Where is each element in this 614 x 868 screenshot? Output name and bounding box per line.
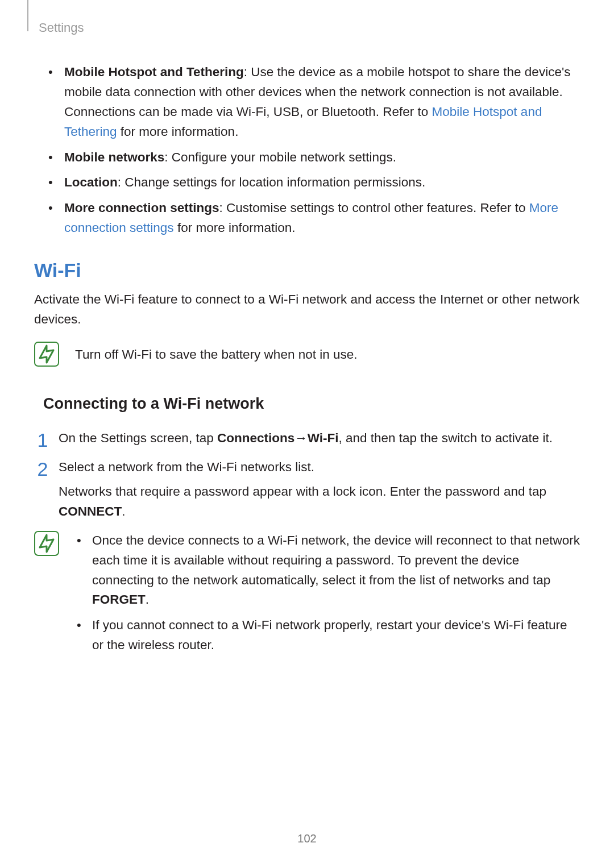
- content-area: Mobile Hotspot and Tethering: Use the de…: [34, 63, 580, 661]
- page-number: 102: [0, 832, 614, 845]
- tip-sub-bullets: Once the device connects to a Wi-Fi netw…: [75, 531, 580, 655]
- tip-item-restart: If you cannot connect to a Wi-Fi network…: [75, 616, 580, 655]
- arrow-icon: →: [294, 429, 308, 448]
- step1-post: , and then tap the switch to activate it…: [338, 431, 552, 445]
- tip-item-forget: Once the device connects to a Wi-Fi netw…: [75, 531, 580, 610]
- header-divider: [27, 0, 28, 31]
- step2-pre: Networks that require a password appear …: [59, 484, 546, 499]
- bullet-label: More connection settings: [64, 201, 219, 215]
- steps-list: On the Settings screen, tap Connections …: [34, 429, 580, 522]
- tip-content: Once the device connects to a Wi-Fi netw…: [75, 531, 580, 661]
- section-title: Settings: [39, 20, 84, 35]
- tip-row-battery: Turn off Wi-Fi to save the battery when …: [34, 342, 580, 367]
- bullet-text: : Customise settings to control other fe…: [219, 201, 529, 215]
- step1-wifi: Wi-Fi: [308, 431, 339, 445]
- page-header: Settings: [34, 10, 580, 39]
- wifi-intro: Activate the Wi-Fi feature to connect to…: [34, 290, 580, 330]
- forget-label: FORGET: [92, 592, 146, 607]
- bullet-mobile-networks: Mobile networks: Configure your mobile n…: [34, 148, 580, 168]
- tip-text: Turn off Wi-Fi to save the battery when …: [75, 342, 580, 365]
- connect-label: CONNECT: [59, 504, 122, 518]
- step2-body: Networks that require a password appear …: [59, 482, 580, 522]
- subheading-connecting: Connecting to a Wi-Fi network: [43, 392, 580, 416]
- bullet-location: Location: Change settings for location i…: [34, 173, 580, 193]
- bullet-text: : Change settings for location informati…: [118, 175, 426, 189]
- step1-pre: On the Settings screen, tap: [59, 431, 217, 445]
- bullet-tail: for more information.: [117, 124, 239, 139]
- bullet-label: Mobile Hotspot and Tethering: [64, 65, 244, 79]
- bullet-text: : Configure your mobile network settings…: [164, 150, 396, 164]
- heading-wifi: Wi-Fi: [34, 255, 580, 285]
- step-1: On the Settings screen, tap Connections …: [34, 429, 580, 448]
- step1-connections: Connections: [217, 431, 294, 445]
- tip-row-wifi-notes: Once the device connects to a Wi-Fi netw…: [34, 531, 580, 661]
- note-icon: [34, 342, 59, 367]
- bullet-mobile-hotspot: Mobile Hotspot and Tethering: Use the de…: [34, 63, 580, 142]
- note-icon: [34, 531, 59, 556]
- tip-forget-pre: Once the device connects to a Wi-Fi netw…: [92, 533, 580, 587]
- step2-line1: Select a network from the Wi-Fi networks…: [59, 458, 580, 477]
- manual-page: Settings Mobile Hotspot and Tethering: U…: [0, 0, 614, 868]
- tip-restart-text: If you cannot connect to a Wi-Fi network…: [92, 618, 567, 652]
- feature-bullet-list: Mobile Hotspot and Tethering: Use the de…: [34, 63, 580, 238]
- bullet-tail: for more information.: [174, 221, 296, 235]
- step-2: Select a network from the Wi-Fi networks…: [34, 458, 580, 522]
- bullet-label: Mobile networks: [64, 150, 164, 164]
- step2-post: .: [122, 504, 125, 518]
- bullet-more-connections: More connection settings: Customise sett…: [34, 198, 580, 238]
- tip-forget-post: .: [146, 592, 149, 607]
- bullet-label: Location: [64, 175, 118, 189]
